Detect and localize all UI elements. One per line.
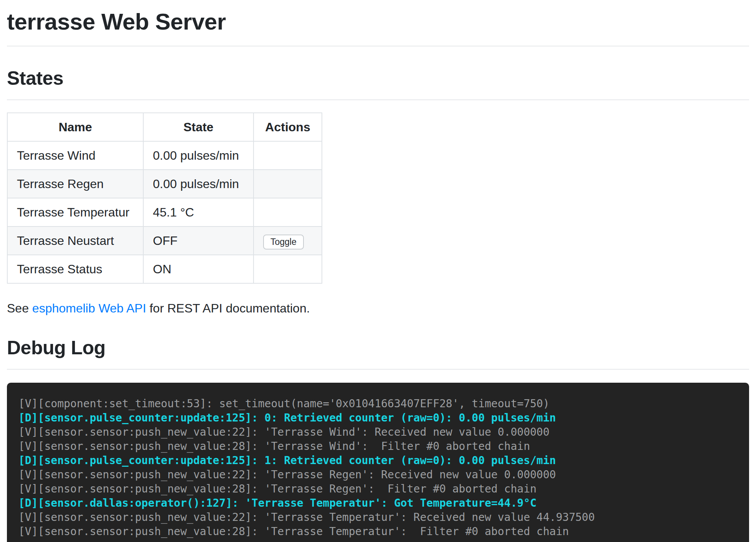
log-line: [V][sensor.sensor:push_new_value:22]: 'T… (18, 510, 738, 524)
row-name-cell: Terrasse Temperatur (7, 198, 143, 226)
log-line: [V][sensor.sensor:push_new_value:22]: 'T… (18, 425, 738, 439)
row-state-cell: ON (143, 255, 254, 283)
page-title: terrasse Web Server (7, 8, 749, 35)
log-line: [V][sensor.sensor:push_new_value:28]: 'T… (18, 439, 738, 453)
table-row: Terrasse Regen 0.00 pulses/min (7, 170, 322, 198)
toggle-button[interactable]: Toggle (263, 235, 304, 250)
states-table-head: Name State Actions (7, 113, 322, 141)
row-state-cell: 0.00 pulses/min (143, 170, 254, 198)
debug-log-console[interactable]: [V][component:set_timeout:53]: set_timeo… (7, 383, 749, 542)
row-state-cell: 0.00 pulses/min (143, 141, 254, 170)
row-name-cell: Terrasse Wind (7, 141, 143, 170)
page: terrasse Web Server States Name State Ac… (0, 8, 756, 542)
web-api-link[interactable]: esphomelib Web API (32, 301, 146, 315)
table-row: Terrasse Wind 0.00 pulses/min (7, 141, 322, 170)
table-row: Terrasse Neustart OFF Toggle (7, 226, 322, 255)
log-line: [V][sensor.sensor:push_new_value:28]: 'T… (18, 524, 738, 539)
divider (7, 369, 749, 370)
api-note-suffix: for REST API documentation. (146, 301, 310, 315)
row-state-cell: 45.1 °C (143, 198, 254, 226)
log-line: [V][sensor.sensor:push_new_value:28]: 'T… (18, 482, 738, 496)
column-header-name: Name (7, 113, 143, 141)
row-actions-cell (254, 170, 322, 198)
column-header-actions: Actions (254, 113, 322, 141)
log-line: [D][sensor.dallas:operator():127]: 'Terr… (18, 496, 738, 510)
divider (7, 46, 749, 46)
log-line: [D][sensor.pulse_counter:update:125]: 1:… (18, 453, 738, 468)
debug-log-heading: Debug Log (7, 337, 749, 359)
log-line: [V][sensor.sensor:push_new_value:22]: 'T… (18, 468, 738, 482)
table-row: Terrasse Temperatur 45.1 °C (7, 198, 322, 226)
row-name-cell: Terrasse Neustart (7, 226, 143, 255)
log-line: [V][component:set_timeout:53]: set_timeo… (18, 397, 738, 411)
table-header-row: Name State Actions (7, 113, 322, 141)
row-actions-cell (254, 255, 322, 283)
table-row: Terrasse Status ON (7, 255, 322, 283)
row-actions-cell (254, 198, 322, 226)
row-state-cell: OFF (143, 226, 254, 255)
api-note-prefix: See (7, 301, 32, 315)
api-note: See esphomelib Web API for REST API docu… (7, 301, 749, 316)
states-table: Name State Actions Terrasse Wind 0.00 pu… (7, 112, 322, 284)
row-name-cell: Terrasse Regen (7, 170, 143, 198)
column-header-state: State (143, 113, 254, 141)
states-heading: States (7, 67, 749, 89)
divider (7, 99, 749, 100)
row-actions-cell: Toggle (254, 226, 322, 255)
row-name-cell: Terrasse Status (7, 255, 143, 283)
log-line: [D][sensor.pulse_counter:update:125]: 0:… (18, 411, 738, 425)
states-table-body: Terrasse Wind 0.00 pulses/min Terrasse R… (7, 141, 322, 283)
row-actions-cell (254, 141, 322, 170)
